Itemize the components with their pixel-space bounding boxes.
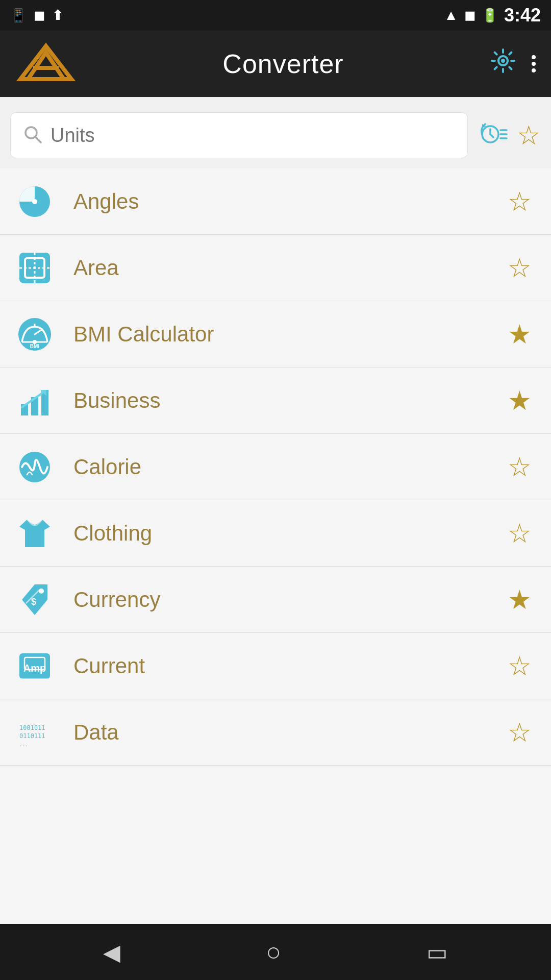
settings-icon[interactable] xyxy=(490,47,516,80)
wifi-icon: ▲ xyxy=(444,7,458,23)
status-bar: 📱 ◼ ⬆ ▲ ◼ 🔋 3:42 xyxy=(0,0,551,31)
unit-list: Angles ☆ Area ☆ BMI xyxy=(0,168,551,924)
back-button[interactable]: ◀ xyxy=(103,939,120,965)
calorie-label: Calorie xyxy=(73,455,503,479)
currency1-label: Currency xyxy=(73,587,503,612)
angles-label: Angles xyxy=(73,189,503,214)
list-item-currency1[interactable]: $ Currency ★ xyxy=(0,567,551,633)
svg-text:BMI: BMI xyxy=(30,344,40,349)
business-favorite-btn[interactable]: ★ xyxy=(503,380,537,421)
area-icon xyxy=(14,248,55,288)
svg-point-30 xyxy=(39,589,44,594)
list-item-bmi[interactable]: BMI BMI Calculator ★ xyxy=(0,301,551,368)
list-item-data[interactable]: 1001011 0110111 ... Data ☆ xyxy=(0,699,551,766)
sim-icon: 📱 xyxy=(10,8,27,23)
data-icon: 1001011 0110111 ... xyxy=(14,712,55,753)
app-bar: Converter xyxy=(0,31,551,97)
search-container: ☆ xyxy=(0,97,551,168)
clothing-label: Clothing xyxy=(73,521,503,546)
currency1-favorite-btn[interactable]: ★ xyxy=(503,579,537,620)
battery-icon: 🔋 xyxy=(482,8,498,23)
currency2-icon: Amp xyxy=(14,646,55,687)
svg-text:...: ... xyxy=(19,742,28,747)
currency1-icon: $ xyxy=(14,579,55,620)
bmi-label: BMI Calculator xyxy=(73,322,503,347)
bmi-icon: BMI xyxy=(14,314,55,355)
app-logo xyxy=(15,43,77,84)
business-label: Business xyxy=(73,388,503,413)
svg-point-14 xyxy=(32,199,37,204)
currency2-label: Current xyxy=(73,654,503,678)
currency2-favorite-btn[interactable]: ☆ xyxy=(503,646,537,687)
home-button[interactable]: ○ xyxy=(266,937,281,967)
sim2-icon: ◼ xyxy=(464,8,475,23)
angles-favorite-btn[interactable]: ☆ xyxy=(503,181,537,222)
area-favorite-btn[interactable]: ☆ xyxy=(503,248,537,288)
angles-icon xyxy=(14,181,55,222)
list-item-business[interactable]: Business ★ xyxy=(0,368,551,434)
svg-text:Amp: Amp xyxy=(23,663,46,674)
list-item-currency2[interactable]: Amp Current ☆ xyxy=(0,633,551,699)
nav-bar: ◀ ○ ▭ xyxy=(0,924,551,980)
calorie-icon xyxy=(14,447,55,487)
calorie-favorite-btn[interactable]: ☆ xyxy=(503,447,537,487)
history-icon[interactable] xyxy=(478,120,507,151)
data-favorite-btn[interactable]: ☆ xyxy=(503,712,537,753)
app-bar-actions xyxy=(490,47,536,80)
area-label: Area xyxy=(73,256,503,280)
svg-text:1001011: 1001011 xyxy=(19,724,45,731)
clothing-icon xyxy=(14,513,55,554)
search-box[interactable] xyxy=(10,112,468,158)
favorites-filter-icon[interactable]: ☆ xyxy=(517,120,541,151)
clothing-favorite-btn[interactable]: ☆ xyxy=(503,513,537,554)
svg-point-5 xyxy=(501,59,505,63)
time-display: 3:42 xyxy=(504,5,541,26)
search-icon xyxy=(23,125,42,146)
upload-icon: ⬆ xyxy=(52,8,63,23)
notification-icon: ◼ xyxy=(34,8,45,23)
more-options-icon[interactable] xyxy=(532,55,536,72)
status-right-icons: ▲ ◼ 🔋 3:42 xyxy=(444,5,541,26)
list-item-calorie[interactable]: Calorie ☆ xyxy=(0,434,551,500)
search-input[interactable] xyxy=(51,125,455,146)
bmi-favorite-btn[interactable]: ★ xyxy=(503,314,537,355)
app-title: Converter xyxy=(222,48,343,79)
list-item-clothing[interactable]: Clothing ☆ xyxy=(0,500,551,567)
business-icon xyxy=(14,380,55,421)
list-item-angles[interactable]: Angles ☆ xyxy=(0,168,551,235)
svg-line-7 xyxy=(35,137,41,142)
recent-button[interactable]: ▭ xyxy=(427,939,448,965)
svg-text:0110111: 0110111 xyxy=(19,732,45,740)
list-item-area[interactable]: Area ☆ xyxy=(0,235,551,301)
data-label: Data xyxy=(73,720,503,745)
status-left-icons: 📱 ◼ ⬆ xyxy=(10,8,63,23)
